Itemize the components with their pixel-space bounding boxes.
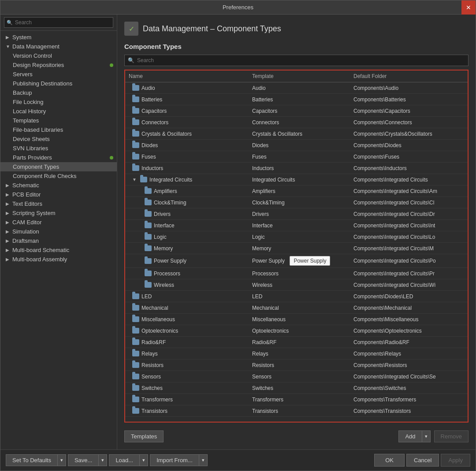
- table-row[interactable]: Optoelectronics Optoelectronics Componen…: [125, 325, 468, 337]
- row-name-text: Capacitors: [141, 108, 167, 114]
- sidebar-item-servers[interactable]: Servers: [0, 70, 117, 79]
- sidebar-item-parts-providers[interactable]: Parts Providers: [0, 153, 117, 162]
- row-name-cell: Transistors: [129, 408, 252, 414]
- table-row[interactable]: Power Supply Power Supply Power Supply C…: [125, 254, 468, 268]
- sidebar-search-input[interactable]: [4, 17, 113, 28]
- load-button[interactable]: Load...: [109, 454, 139, 466]
- cancel-button[interactable]: Cancel: [406, 454, 439, 467]
- table-row[interactable]: Radio&RF Radio&RF Components\Radio&RF: [125, 337, 468, 348]
- row-folder-cell: Components\Integrated Circuits\M: [353, 245, 464, 252]
- action-bar: Set To Defaults ▾ Save... ▾ Load... ▾ Im…: [0, 449, 476, 471]
- sidebar-item-label: Servers: [13, 71, 113, 78]
- table-row[interactable]: Batteries Batteries Components\Batteries: [125, 94, 468, 105]
- sidebar-item-local-history[interactable]: Local History: [0, 107, 117, 116]
- table-row[interactable]: Diodes Diodes Components\Diodes: [125, 140, 468, 151]
- table-row[interactable]: Wireless Wireless Components\Integrated …: [125, 279, 468, 291]
- row-template-cell: Amplifiers: [252, 188, 353, 194]
- row-template-cell: Memory: [252, 245, 353, 252]
- sidebar-item-publishing-destinations[interactable]: Publishing Destinations: [0, 79, 117, 88]
- sidebar-item-component-types[interactable]: Component Types: [0, 162, 117, 171]
- row-folder-cell: Components\Diodes\LED: [353, 293, 464, 300]
- table-search-wrap: 🔍: [124, 55, 469, 66]
- row-name-cell: Radio&RF: [129, 339, 252, 345]
- load-arrow[interactable]: ▾: [139, 454, 148, 466]
- sidebar-item-label: Simulation: [12, 228, 113, 235]
- table-row[interactable]: Amplifiers Amplifiers Components\Integra…: [125, 185, 468, 197]
- save-button[interactable]: Save...: [68, 454, 98, 466]
- sidebar-item-draftsman[interactable]: ▶ Draftsman: [0, 236, 117, 245]
- sidebar-item-schematic[interactable]: ▶ Schematic: [0, 181, 117, 190]
- sidebar-item-pcb-editor[interactable]: ▶ PCB Editor: [0, 190, 117, 199]
- table-row[interactable]: Switches Switches Components\Switches: [125, 382, 468, 394]
- sidebar-item-file-locking[interactable]: File Locking: [0, 97, 117, 107]
- table-row[interactable]: Relays Relays Components\Relays: [125, 348, 468, 360]
- sidebar-item-device-sheets[interactable]: Device Sheets: [0, 134, 117, 144]
- row-name-text: Drivers: [154, 211, 171, 217]
- table-row[interactable]: Interface Interface Components\Integrate…: [125, 220, 468, 231]
- table-row[interactable]: Mechanical Mechanical Components\Mechani…: [125, 302, 468, 314]
- sidebar-item-data-management[interactable]: ▼ Data Management: [0, 42, 117, 51]
- row-name-text: Relays: [141, 351, 158, 357]
- table-row[interactable]: Clock&Timing Clock&Timing Components\Int…: [125, 197, 468, 208]
- table-row[interactable]: LED LED Components\Diodes\LED: [125, 291, 468, 302]
- sidebar-item-simulation[interactable]: ▶ Simulation: [0, 227, 117, 236]
- table-row[interactable]: ▼ Integrated Circuits Integrated Circuit…: [125, 174, 468, 185]
- table-row[interactable]: Crystals & Oscillators Crystals & Oscill…: [125, 128, 468, 140]
- apply-button[interactable]: Apply: [441, 454, 470, 467]
- folder-icon: [145, 245, 152, 251]
- row-template-cell: Sensors: [252, 374, 353, 380]
- row-template-cell: Inductors: [252, 165, 353, 171]
- table-row[interactable]: Resistors Resistors Components\Resistors: [125, 360, 468, 371]
- import-from-arrow[interactable]: ▾: [199, 454, 208, 466]
- set-to-defaults-arrow[interactable]: ▾: [57, 454, 66, 466]
- table-row[interactable]: Sensors Sensors Components\Integrated Ci…: [125, 371, 468, 382]
- sidebar-search-wrap: 🔍: [0, 15, 117, 31]
- table-row[interactable]: Memory Memory Components\Integrated Circ…: [125, 243, 468, 254]
- table-row[interactable]: Logic Logic Components\Integrated Circui…: [125, 231, 468, 243]
- sidebar-item-templates[interactable]: Templates: [0, 116, 117, 125]
- table-row[interactable]: Transistors Transistors Components\Trans…: [125, 405, 468, 417]
- row-folder-cell: Components\Optoelectronics: [353, 328, 464, 334]
- sidebar-item-label: Backup: [13, 89, 113, 96]
- table-row[interactable]: Inductors Inductors Components\Inductors: [125, 163, 468, 174]
- add-button-split: Add ▾: [398, 430, 430, 442]
- main-content: 🔍 ▶ System ▼ Data Management Version Con…: [0, 15, 476, 449]
- sidebar-item-scripting-system[interactable]: ▶ Scripting System: [0, 208, 117, 218]
- sidebar-item-multi-board-schematic[interactable]: ▶ Multi-board Schematic: [0, 245, 117, 255]
- sidebar-item-text-editors[interactable]: ▶ Text Editors: [0, 199, 117, 208]
- table-row[interactable]: Fuses Fuses Components\Fuses: [125, 151, 468, 163]
- table-row[interactable]: Capacitors Capacitors Components\Capacit…: [125, 105, 468, 117]
- sidebar-item-label: Local History: [13, 108, 113, 115]
- sidebar-item-component-rule-checks[interactable]: Component Rule Checks: [0, 171, 117, 181]
- close-button[interactable]: ✕: [461, 0, 476, 15]
- table-row[interactable]: Drivers Drivers Components\Integrated Ci…: [125, 208, 468, 220]
- row-name-cell: Amplifiers: [129, 188, 252, 194]
- sidebar-item-version-control[interactable]: Version Control: [0, 51, 117, 60]
- table-header: Name Template Default Folder: [125, 70, 468, 82]
- sidebar-item-design-repositories[interactable]: Design Repositories: [0, 60, 117, 70]
- ok-button[interactable]: OK: [374, 454, 405, 467]
- table-row[interactable]: Audio Audio Components\Audio: [125, 82, 468, 94]
- templates-button[interactable]: Templates: [124, 430, 164, 442]
- table-row[interactable]: Connectors Connectors Components\Connect…: [125, 117, 468, 128]
- sidebar-item-cam-editor[interactable]: ▶ CAM Editor: [0, 218, 117, 227]
- sidebar-item-multi-board-assembly[interactable]: ▶ Multi-board Assembly: [0, 255, 117, 264]
- set-to-defaults-button[interactable]: Set To Defaults: [6, 454, 57, 466]
- add-button[interactable]: Add: [398, 430, 421, 442]
- table-search-input[interactable]: [124, 55, 469, 66]
- sidebar-item-label: Draftsman: [12, 237, 113, 244]
- sidebar-item-system[interactable]: ▶ System: [0, 33, 117, 42]
- sidebar-item-backup[interactable]: Backup: [0, 88, 117, 97]
- row-name-text: Processors: [154, 271, 180, 277]
- sidebar-item-label: System: [12, 34, 113, 41]
- import-from-button[interactable]: Import From...: [150, 454, 199, 466]
- sidebar-item-label: Device Sheets: [13, 136, 113, 142]
- table-row[interactable]: Processors Processors Components\Integra…: [125, 268, 468, 279]
- save-arrow[interactable]: ▾: [98, 454, 107, 466]
- table-row[interactable]: Miscellaneous Miscellaneous Components\M…: [125, 314, 468, 325]
- add-dropdown-arrow[interactable]: ▾: [422, 430, 431, 442]
- sidebar-item-svn-libraries[interactable]: SVN Libraries: [0, 144, 117, 153]
- sidebar-item-file-based-libraries[interactable]: File-based Libraries: [0, 125, 117, 134]
- folder-icon: [132, 142, 139, 148]
- table-row[interactable]: Transformers Transformers Components\Tra…: [125, 394, 468, 405]
